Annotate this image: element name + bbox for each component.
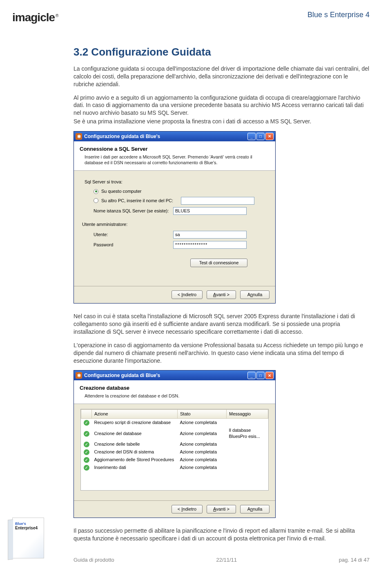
user-label: Utente: — [94, 232, 173, 238]
instance-input[interactable]: BLUES — [173, 207, 247, 215]
paragraph-first-install: Se è una prima installazione viene propo… — [74, 118, 370, 125]
cell-action: Creazione del DSN di sistema — [92, 448, 178, 456]
wizard-window-db: ✱ Configurazione guidata di Blue's _ □ ✕… — [74, 370, 276, 518]
pc-name-input[interactable] — [181, 197, 254, 205]
cell-action: Aggiornamento delle Stored Procedures — [92, 456, 178, 464]
cancel-button[interactable]: Annulla — [240, 290, 270, 299]
progress-table-wrap: Azione Stato Messaggio ✓ Recupero script… — [80, 409, 269, 491]
titlebar: ✱ Configurazione guidata di Blue's _ □ ✕ — [74, 371, 275, 380]
instance-label: Nome istanza SQL Server (se esiste): — [94, 208, 173, 214]
radio-this-computer-label: Su questo computer — [101, 188, 141, 194]
cell-state: Azione completata — [178, 456, 227, 464]
cancel-button[interactable]: Annulla — [240, 505, 270, 513]
paragraph-sql-express: Nel caso in cui è stata scelta l'install… — [74, 312, 370, 336]
cell-state: Azione completata — [178, 440, 227, 448]
footer-date: 22/11/11 — [216, 556, 237, 564]
progress-table: Azione Stato Messaggio ✓ Recupero script… — [81, 409, 268, 471]
table-row: ✓ Creazione del database Azione completa… — [81, 426, 268, 440]
col-icon — [81, 410, 92, 419]
wizard-banner: Connessione a SQL Server Inserire i dati… — [74, 141, 275, 171]
admin-label: Utente amministratore: — [82, 221, 268, 228]
sql-location-label: Sql Server si trova: — [85, 179, 268, 185]
col-action: Azione — [92, 410, 178, 419]
box-line2: Enterprise4 — [15, 525, 38, 531]
check-icon: ✓ — [84, 420, 89, 426]
cell-state: Azione completata — [178, 448, 227, 456]
titlebar: ✱ Configurazione guidata di Blue's _ □ ✕ — [74, 132, 275, 141]
password-label: Password — [94, 242, 173, 248]
banner-desc: Attendere la creazione del database e de… — [80, 393, 270, 399]
cell-msg — [227, 419, 268, 427]
cell-action: Creazione delle tabelle — [92, 440, 178, 448]
cell-msg: Il database BluesPro esis... — [227, 426, 268, 440]
check-icon: ✓ — [84, 431, 89, 437]
paragraph-archive: Al primo avvio e a seguito di un aggiorn… — [74, 94, 370, 117]
banner-title: Connessione a SQL Server — [80, 145, 270, 153]
cell-msg — [227, 448, 268, 456]
window-title: Configurazione guidata di Blue's — [84, 372, 247, 379]
cell-action: Inserimento dati — [92, 464, 178, 471]
col-state: Stato — [178, 410, 227, 419]
check-icon: ✓ — [84, 465, 89, 471]
password-input[interactable]: *************** — [173, 241, 247, 249]
banner-desc: Inserire i dati per accedere a Microsoft… — [80, 154, 270, 166]
registered-mark: ® — [56, 13, 58, 18]
test-connection-button[interactable]: Test di connessione — [190, 259, 247, 267]
cell-state: Azione completata — [178, 419, 227, 427]
check-icon: ✓ — [84, 449, 89, 455]
footer-page: pag. 14 di 47 — [339, 556, 370, 564]
paragraph-upgrade-time: L'operazione in caso di aggiornamento da… — [74, 341, 370, 365]
next-button[interactable]: Avanti > — [207, 505, 236, 513]
minimize-button[interactable]: _ — [247, 372, 256, 379]
paragraph-next-step: Il passo successivo permette di abilitar… — [74, 527, 370, 542]
cell-msg — [227, 440, 268, 448]
minimize-button[interactable]: _ — [247, 133, 256, 140]
close-button[interactable]: ✕ — [265, 372, 274, 379]
brand-logo: imagicle® — [12, 10, 58, 25]
check-icon: ✓ — [84, 457, 89, 463]
back-button[interactable]: < Indietro — [172, 290, 203, 299]
cell-state: Azione completata — [178, 426, 227, 440]
radio-other-pc[interactable] — [94, 198, 98, 203]
cell-action: Creazione del database — [92, 426, 178, 440]
cell-state: Azione completata — [178, 464, 227, 471]
next-button[interactable]: Avanti > — [207, 290, 236, 299]
table-row: ✓ Creazione delle tabelle Azione complet… — [81, 440, 268, 448]
wizard-banner: Creazione database Attendere la creazion… — [74, 380, 275, 404]
table-row: ✓ Aggiornamento delle Stored Procedures … — [81, 456, 268, 464]
app-icon: ✱ — [76, 372, 82, 379]
check-icon: ✓ — [84, 442, 89, 447]
wizard-window-sql: ✱ Configurazione guidata di Blue's _ □ ✕… — [74, 131, 276, 304]
app-icon: ✱ — [76, 133, 82, 140]
cell-msg — [227, 456, 268, 464]
table-row: ✓ Creazione del DSN di sistema Azione co… — [81, 448, 268, 456]
maximize-button[interactable]: □ — [256, 372, 265, 379]
close-button[interactable]: ✕ — [265, 133, 274, 140]
product-box-image: Blue's Enterprise4 — [12, 518, 51, 558]
paragraph-intro: La configurazione guidata si occupa dell… — [74, 65, 370, 88]
user-input[interactable]: sa — [173, 231, 247, 239]
cell-msg — [227, 464, 268, 471]
radio-this-computer[interactable] — [94, 189, 98, 194]
logo-text: imagicle — [12, 11, 55, 24]
table-row: ✓ Recupero script di creazione database … — [81, 419, 268, 427]
header-product-title: Blue s Enterprise 4 — [307, 10, 370, 20]
banner-title: Creazione database — [80, 384, 270, 392]
section-heading: 3.2 Configurazione Guidata — [74, 45, 370, 59]
cell-action: Recupero script di creazione database — [92, 419, 178, 427]
col-message: Messaggio — [227, 410, 268, 419]
maximize-button[interactable]: □ — [256, 133, 265, 140]
table-row: ✓ Inserimento dati Azione completata — [81, 464, 268, 471]
back-button[interactable]: < Indietro — [172, 505, 203, 513]
window-title: Configurazione guidata di Blue's — [84, 133, 247, 140]
footer-left: Guida di prodotto — [74, 556, 114, 564]
radio-other-pc-label: Su altro PC, inserire il nome del PC: — [101, 198, 178, 204]
